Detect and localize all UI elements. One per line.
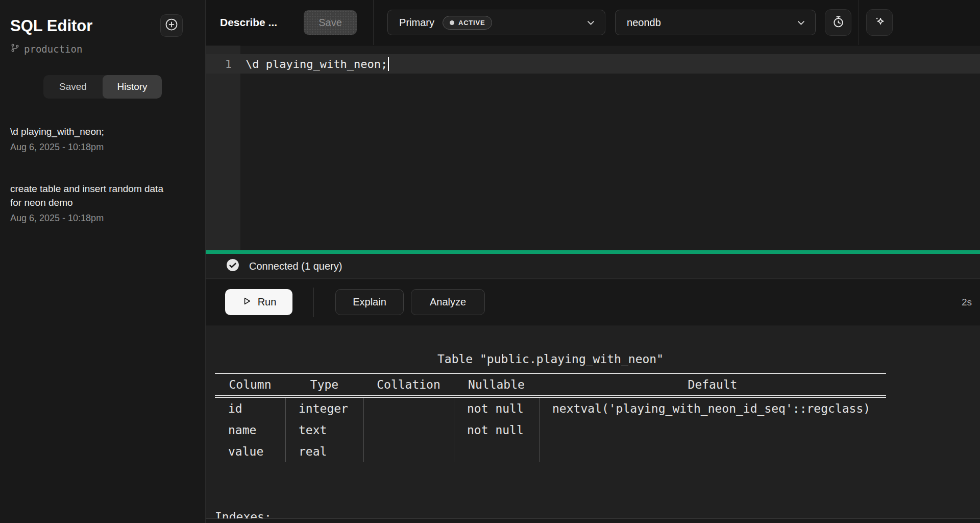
ai-assist-button[interactable] [866, 9, 893, 36]
column-header: Column [215, 374, 285, 395]
status-badge-label: ACTIVE [458, 19, 485, 27]
branch-selector-value: Primary [399, 17, 434, 29]
tab-saved[interactable]: Saved [43, 75, 103, 99]
table-row: id integer not null nextval('playing_wit… [215, 398, 886, 419]
tab-history[interactable]: History [103, 75, 162, 99]
sparkle-icon [873, 15, 887, 30]
branch-indicator: production [10, 43, 205, 55]
result-table-header: Column Type Collation Nullable Default [215, 374, 886, 395]
column-header: Collation [363, 374, 454, 395]
run-button-label: Run [258, 296, 277, 308]
editor-results-divider [206, 250, 980, 254]
history-item-timestamp: Aug 6, 2025 - 10:18pm [10, 141, 195, 153]
cell-nullable: not null [454, 419, 539, 441]
new-query-button[interactable] [160, 14, 183, 37]
cell-column: name [215, 419, 285, 441]
cell-default: nextval('playing_with_neon_id_seq'::regc… [539, 398, 886, 419]
stopwatch-icon [831, 15, 845, 30]
code-text: \d playing_with_neon; [240, 58, 387, 70]
sql-editor-app: SQL Editor production Saved History [0, 0, 980, 523]
cell-type: integer [285, 398, 363, 419]
column-separator [363, 398, 364, 462]
saved-history-toggle: Saved History [43, 75, 162, 99]
query-history-button[interactable] [825, 9, 851, 36]
column-separator [285, 398, 286, 462]
check-circle-icon [226, 258, 239, 274]
actions-divider [313, 288, 314, 317]
cell-column: id [215, 398, 285, 419]
cell-nullable: not null [454, 398, 539, 419]
analyze-button[interactable]: Analyze [411, 289, 485, 315]
line-number: 1 [206, 58, 240, 70]
run-button[interactable]: Run [225, 289, 292, 315]
editor-gutter [206, 45, 240, 250]
query-results: Table "public.playing_with_neon" Column … [206, 326, 980, 519]
save-button[interactable]: Save [304, 10, 357, 35]
indexes-section: Indexes: "playing_with_neon_pkey" PRIMAR… [215, 463, 980, 519]
cell-type: text [285, 419, 363, 441]
table-row: value real [215, 441, 886, 462]
database-selector[interactable]: neondb [615, 10, 816, 35]
column-header: Nullable [454, 374, 539, 395]
actions-bar: Run Explain Analyze 2s [206, 279, 980, 325]
psql-output-table: Table "public.playing_with_neon" Column … [215, 348, 886, 462]
connection-status-bar: Connected (1 query) [206, 254, 980, 279]
sidebar: SQL Editor production Saved History [0, 0, 206, 523]
column-header: Type [285, 374, 363, 395]
chevron-down-icon [796, 18, 806, 28]
connection-status-text: Connected (1 query) [249, 260, 342, 272]
git-branch-icon [10, 43, 20, 55]
column-separator [454, 398, 454, 462]
text-cursor [388, 57, 389, 71]
toolbar-divider [373, 0, 374, 45]
result-table-body: id integer not null nextval('playing_wit… [215, 398, 886, 462]
toolbar: Describe ... Save Primary ACTIVE neondb [206, 0, 980, 45]
toolbar-divider [859, 0, 859, 45]
history-item-title: create table and insert random data for … [10, 182, 164, 209]
code-editor[interactable]: 1 \d playing_with_neon; [206, 45, 980, 250]
history-list: \d playing_with_neon; Aug 6, 2025 - 10:1… [10, 125, 195, 224]
status-dot-icon [450, 20, 454, 25]
history-item[interactable]: create table and insert random data for … [10, 182, 195, 224]
indexes-label: Indexes: [215, 506, 980, 519]
query-duration: 2s [962, 297, 972, 308]
status-badge: ACTIVE [443, 16, 492, 30]
play-icon [241, 296, 252, 309]
query-title: Describe ... [220, 16, 277, 29]
main-panel: Describe ... Save Primary ACTIVE neondb [206, 0, 980, 523]
history-item-timestamp: Aug 6, 2025 - 10:18pm [10, 212, 195, 224]
table-row: name text not null [215, 419, 886, 441]
editor-active-line[interactable]: 1 \d playing_with_neon; [206, 54, 980, 74]
explain-button[interactable]: Explain [335, 289, 404, 315]
cell-column: value [215, 441, 285, 462]
database-selector-value: neondb [627, 17, 661, 29]
branch-name: production [24, 43, 82, 55]
column-header: Default [539, 374, 886, 395]
history-item[interactable]: \d playing_with_neon; Aug 6, 2025 - 10:1… [10, 125, 195, 153]
result-table-title: Table "public.playing_with_neon" [215, 348, 886, 370]
chevron-down-icon [586, 18, 596, 28]
history-item-title: \d playing_with_neon; [10, 125, 164, 138]
plus-circle-icon [164, 17, 179, 34]
branch-selector[interactable]: Primary ACTIVE [387, 10, 605, 35]
cell-type: real [285, 441, 363, 462]
column-separator [539, 398, 540, 462]
